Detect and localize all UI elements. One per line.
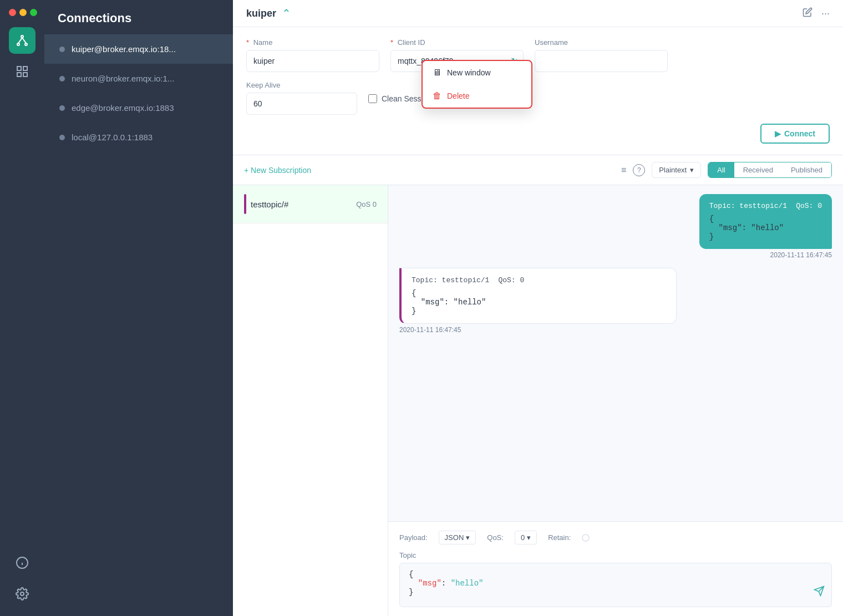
format-select[interactable]: Plaintext ▾ (652, 162, 701, 178)
qos-select[interactable]: 0 ▾ (515, 531, 537, 544)
svg-line-4 (22, 38, 26, 43)
delete-label: Delete (447, 91, 469, 100)
keepalive-label: Keep Alive (246, 81, 357, 89)
msg-header: Topic: testtopic/1 QoS: 0 (709, 202, 822, 210)
publish-area: Payload: JSON ▾ QoS: 0 ▾ Retain: T (388, 521, 843, 616)
top-bar-actions: ··· (803, 7, 830, 20)
chevron-down-icon: ▾ (690, 166, 694, 174)
connections-title: Connections (44, 0, 233, 34)
clean-session-checkbox[interactable] (368, 94, 377, 103)
more-icon[interactable]: ··· (821, 8, 830, 19)
payload-label: Payload: (399, 533, 428, 542)
topic-body-line3: } (409, 588, 413, 597)
publish-controls: Payload: JSON ▾ QoS: 0 ▾ Retain: (399, 531, 832, 544)
edit-icon[interactable] (803, 7, 812, 20)
connect-button[interactable]: ▶ Connect (760, 124, 830, 144)
icon-sidebar (0, 0, 44, 616)
filter-tab-published[interactable]: Published (782, 162, 831, 177)
subscription-right: ≡ ? Plaintext ▾ All Received Published (621, 162, 832, 178)
topic-editor[interactable]: { "msg": "hello" } (399, 563, 832, 607)
subscription-bar: + New Subscription ≡ ? Plaintext ▾ All R… (233, 155, 843, 185)
messages-list: Topic: testtopic/1 QoS: 0 { "msg": "hell… (388, 185, 843, 521)
name-label: * Name (246, 38, 379, 47)
svg-point-1 (17, 43, 19, 45)
new-window-label: New window (447, 68, 491, 77)
connect-play-icon: ▶ (775, 129, 781, 138)
send-icon[interactable] (814, 586, 825, 600)
connection-item-local[interactable]: local@127.0.0.1:1883 (44, 123, 233, 152)
username-field: Username (535, 38, 668, 72)
new-subscription-button[interactable]: + New Subscription (244, 166, 311, 175)
new-window-menu-item[interactable]: 🖥 New window (423, 61, 531, 84)
chevron-down-icon: ▾ (527, 533, 531, 542)
msg-qos: QoS: 0 (796, 202, 822, 210)
monitor-icon: 🖥 (433, 68, 441, 78)
connections-icon[interactable] (9, 27, 35, 54)
topic-qos: QoS 0 (356, 200, 377, 208)
connection-dot (59, 105, 65, 111)
name-input[interactable] (246, 50, 379, 72)
connection-label: neuron@broker.emqx.io:1... (72, 74, 174, 83)
traffic-lights (0, 9, 37, 16)
filter-tab-all[interactable]: All (708, 162, 734, 177)
username-input[interactable] (535, 50, 668, 72)
trash-icon: 🗑 (433, 91, 441, 101)
connection-dot (59, 47, 65, 52)
svg-rect-5 (17, 67, 21, 70)
filter-tab-received[interactable]: Received (734, 162, 782, 177)
topic-left: testtopic/# (244, 194, 288, 214)
topic-color-bar (244, 194, 246, 214)
collapse-icon[interactable]: ⌃ (282, 7, 291, 20)
topic-body-line1: { (409, 570, 413, 579)
svg-point-2 (25, 43, 27, 45)
connection-label: kuiper@broker.emqx.io:18... (72, 44, 176, 54)
message-timestamp: 2020-11-11 16:47:45 (699, 251, 832, 259)
msg-topic: Topic: testtopic/1 (709, 202, 787, 210)
retain-label: Retain: (548, 533, 571, 542)
msg-qos: QoS: 0 (498, 276, 524, 284)
username-label: Username (535, 38, 668, 47)
context-menu: 🖥 New window 🗑 Delete (422, 60, 532, 109)
message-received: Topic: testtopic/1 QoS: 0 { "msg": "hell… (399, 268, 677, 334)
delete-menu-item[interactable]: 🗑 Delete (423, 84, 531, 108)
connection-item-kuiper[interactable]: kuiper@broker.emqx.io:18... (44, 34, 233, 64)
list-icon[interactable]: ≡ (621, 165, 626, 175)
clientid-label: * Client ID (390, 38, 524, 47)
msg-body: { "msg": "hello"} (412, 289, 666, 315)
top-bar-left: kuiper ⌃ (246, 7, 291, 20)
payload-format-select[interactable]: JSON ▾ (439, 531, 476, 544)
connections-panel: Connections kuiper@broker.emqx.io:18... … (44, 0, 233, 616)
keepalive-input[interactable] (246, 93, 357, 115)
topics-panel: testtopic/# QoS 0 (233, 185, 388, 616)
svg-point-0 (21, 35, 23, 38)
minimize-button[interactable] (19, 9, 27, 16)
maximize-button[interactable] (30, 9, 37, 16)
msg-body: { "msg": "hello"} (709, 215, 822, 241)
msg-header: Topic: testtopic/1 QoS: 0 (412, 276, 666, 284)
help-icon[interactable]: ? (633, 164, 645, 176)
form-area: * Name * Client ID ↻ Username (233, 27, 843, 155)
message-bubble-received: Topic: testtopic/1 QoS: 0 { "msg": "hell… (399, 268, 677, 324)
svg-line-3 (18, 38, 22, 43)
info-icon[interactable] (9, 549, 35, 576)
svg-rect-8 (23, 73, 27, 77)
name-field: * Name (246, 38, 379, 72)
top-bar: kuiper ⌃ ··· (233, 0, 843, 27)
keepalive-field: Keep Alive (246, 81, 357, 115)
qos-label: QoS: (487, 533, 504, 542)
messages-panel: Topic: testtopic/1 QoS: 0 { "msg": "hell… (388, 185, 843, 616)
connection-item-edge[interactable]: edge@broker.emqx.io:1883 (44, 93, 233, 123)
grid-icon[interactable] (9, 58, 35, 85)
retain-radio[interactable] (582, 534, 590, 542)
required-marker: * (246, 38, 249, 47)
topic-item[interactable]: testtopic/# QoS 0 (233, 185, 388, 223)
settings-icon[interactable] (9, 581, 35, 607)
msg-topic: Topic: testtopic/1 (412, 276, 489, 284)
required-marker: * (390, 38, 393, 47)
message-timestamp: 2020-11-11 16:47:45 (399, 326, 677, 334)
close-button[interactable] (9, 9, 16, 16)
connection-item-neuron[interactable]: neuron@broker.emqx.io:1... (44, 64, 233, 93)
topic-name: testtopic/# (251, 200, 288, 209)
form-row-2: Keep Alive Clean Session (246, 81, 830, 115)
message-sent: Topic: testtopic/1 QoS: 0 { "msg": "hell… (699, 194, 832, 259)
